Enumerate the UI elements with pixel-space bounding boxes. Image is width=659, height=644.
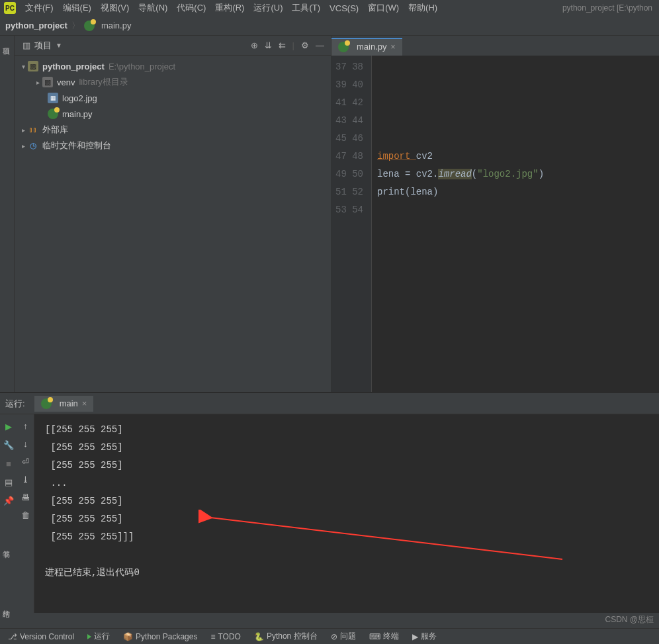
run-tool-window: 运行: main × ▶ 🔧 ■ ▤ 📌 ↑ ↓ ⏎ ⤓ 🖶 🗑 [[255 2…: [0, 392, 659, 613]
run-toolbar-1: ▶ 🔧 ■ ▤ 📌: [0, 414, 17, 613]
code-editor[interactable]: 37 38 39 40 41 42 43 44 45 46 47 48 49 5…: [331, 56, 659, 392]
run-toolbar-2: ↑ ↓ ⏎ ⤓ 🖶 🗑: [17, 414, 34, 613]
run-tab-label: main: [60, 398, 78, 408]
tree-file-logo[interactable]: ▦ logo2.jpg: [15, 90, 331, 106]
tree-file-label: logo2.jpg: [62, 93, 97, 103]
tree-root[interactable]: ▾ ▩ python_project E:\python_project: [15, 58, 331, 74]
chevron-down-icon[interactable]: ▾: [19, 63, 28, 70]
status-pyconsole[interactable]: 🐍Python 控制台: [250, 631, 322, 642]
scroll-icon[interactable]: ⤓: [22, 475, 29, 484]
tab-main-py[interactable]: main.py ×: [331, 37, 402, 56]
tree-root-label: python_project: [42, 62, 105, 71]
tree-external-label: 外部库: [42, 124, 68, 136]
editor-tabs: main.py ×: [331, 36, 659, 56]
menu-vcs[interactable]: VCS(S): [326, 2, 363, 15]
breadcrumb-file[interactable]: main.py: [84, 21, 132, 31]
menu-code[interactable]: 代码(C): [173, 1, 210, 15]
menu-window[interactable]: 窗口(W): [364, 1, 403, 15]
status-packages[interactable]: 📦Python Packages: [119, 632, 201, 641]
tree-venv-label: venv: [57, 77, 75, 87]
run-output[interactable]: [[255 255 255] [255 255 255] [255 255 25…: [34, 414, 659, 613]
image-file-icon: ▦: [48, 93, 58, 103]
project-tool-window: ▥ 项目 ▼ ⊕ ⇊ ⇇ | ⚙ — ▾ ▩ python_project E:…: [15, 36, 331, 392]
layout-icon[interactable]: ▤: [3, 477, 14, 487]
editor-area: main.py × 37 38 39 40 41 42 43 44 45 46 …: [331, 36, 659, 392]
stop-icon[interactable]: ■: [3, 458, 14, 469]
close-icon[interactable]: ×: [391, 42, 396, 52]
trash-icon[interactable]: 🗑: [21, 510, 30, 520]
breadcrumb-project[interactable]: python_project: [5, 21, 67, 30]
run-header: 运行: main ×: [0, 393, 659, 414]
status-todo[interactable]: ≡TODO: [206, 632, 244, 641]
python-file-icon: [338, 42, 349, 52]
status-services[interactable]: ▶服务: [408, 631, 441, 642]
close-icon[interactable]: ×: [82, 398, 87, 408]
chevron-down-icon[interactable]: ▼: [56, 42, 62, 49]
python-file-icon: [48, 109, 58, 119]
wrench-icon[interactable]: 🔧: [3, 439, 14, 450]
tree-file-main[interactable]: main.py: [15, 106, 331, 122]
menu-refactor[interactable]: 重构(R): [211, 1, 248, 15]
chevron-right-icon[interactable]: ▸: [19, 142, 28, 150]
menubar: PC 文件(F) 编辑(E) 视图(V) 导航(N) 代码(C) 重构(R) 运…: [0, 0, 659, 16]
menu-help[interactable]: 帮助(H): [404, 1, 441, 15]
chevron-right-icon[interactable]: ▸: [19, 126, 28, 134]
project-tree[interactable]: ▾ ▩ python_project E:\python_project ▸ ▩…: [15, 56, 331, 392]
chevron-right-icon[interactable]: ▸: [33, 79, 42, 86]
project-tool-tab[interactable]: 项目: [0, 38, 13, 46]
scratch-icon: ◷: [28, 140, 38, 151]
watermark: CSDN @思桓: [605, 614, 654, 625]
project-header-title[interactable]: 项目: [34, 40, 52, 52]
status-vcs[interactable]: ⎇Version Control: [4, 632, 78, 641]
run-label: 运行:: [5, 398, 25, 410]
line-gutter: 37 38 39 40 41 42 43 44 45 46 47 48 49 5…: [331, 56, 371, 392]
folder-icon: ▩: [28, 61, 38, 71]
status-bar: ⎇Version Control 运行 📦Python Packages ≡TO…: [0, 628, 659, 644]
tree-external-lib[interactable]: ▸ ⫾⫾ 外部库: [15, 122, 331, 138]
code-content[interactable]: import cv2 lena = cv2.imread("logo2.jpg"…: [371, 56, 659, 392]
rerun-icon[interactable]: ▶: [3, 421, 14, 432]
folder-icon: ▩: [42, 77, 53, 87]
expand-all-icon[interactable]: ⇊: [265, 40, 272, 50]
tree-file-label: main.py: [62, 109, 93, 119]
down-icon[interactable]: ↓: [23, 439, 28, 449]
tree-venv[interactable]: ▸ ▩ venv library根目录: [15, 74, 331, 90]
breadcrumb-file-label: main.py: [101, 21, 132, 30]
hide-icon[interactable]: —: [316, 40, 324, 50]
locate-icon[interactable]: ⊕: [251, 40, 258, 50]
project-view-icon: ▥: [22, 40, 30, 50]
print-icon[interactable]: 🖶: [21, 492, 30, 502]
menu-view[interactable]: 视图(V): [97, 1, 133, 15]
tree-root-path: E:\python_project: [109, 62, 175, 71]
pin-icon[interactable]: 📌: [3, 495, 14, 506]
status-run[interactable]: 运行: [83, 631, 114, 642]
breadcrumb-sep: 〉: [71, 20, 80, 32]
run-tab-main[interactable]: main ×: [34, 396, 94, 412]
collapse-all-icon[interactable]: ⇇: [279, 40, 286, 50]
tree-venv-suffix: library根目录: [79, 76, 128, 88]
status-problems[interactable]: ⊘问题: [327, 631, 360, 642]
tree-scratch-label: 临时文件和控制台: [42, 140, 111, 152]
breadcrumb: python_project 〉 main.py: [0, 16, 659, 36]
menu-edit[interactable]: 编辑(E): [59, 1, 95, 15]
python-file-icon: [84, 21, 95, 31]
left-tool-gutter: 项目: [0, 36, 15, 392]
menu-tools[interactable]: 工具(T): [288, 1, 324, 15]
app-logo: PC: [4, 2, 16, 14]
up-icon[interactable]: ↑: [23, 421, 28, 431]
library-icon: ⫾⫾: [28, 124, 38, 135]
menu-file[interactable]: 文件(F): [21, 1, 58, 15]
wrap-icon[interactable]: ⏎: [22, 457, 29, 467]
project-header: ▥ 项目 ▼ ⊕ ⇊ ⇇ | ⚙ —: [15, 36, 331, 56]
python-file-icon: [41, 398, 52, 409]
gear-icon[interactable]: ⚙: [301, 40, 309, 50]
project-path-label: python_project [E:\python: [562, 3, 655, 13]
status-terminal[interactable]: ⌨终端: [365, 631, 403, 642]
menu-run[interactable]: 运行(U): [249, 1, 286, 15]
tab-label: main.py: [357, 42, 387, 52]
tree-scratch[interactable]: ▸ ◷ 临时文件和控制台: [15, 138, 331, 154]
menu-navigate[interactable]: 导航(N): [134, 1, 171, 15]
